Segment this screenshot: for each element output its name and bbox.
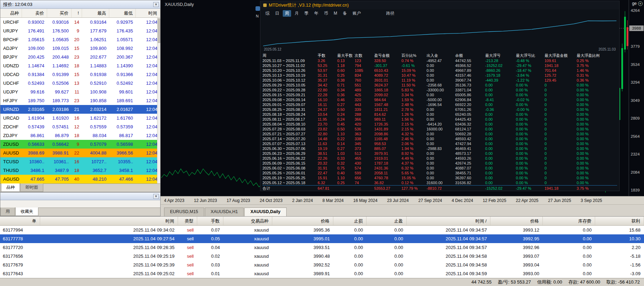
time-axis-label: 27 Jun 2025 — [548, 198, 571, 203]
market-watch-row[interactable]: UDCAD 0.91384 0.91399 15 0.91938 0.91366… — [0, 70, 160, 79]
stats-menu-item[interactable]: 账户 — [350, 10, 363, 17]
ask-cell: 189.773 — [47, 96, 72, 105]
trade-row[interactable]: 63177994 2025.11.04 09:34:02 sell 0.07 x… — [0, 226, 644, 234]
pl-pct-cell: 2.46 % — [401, 136, 427, 141]
stats-menu-item[interactable]: 季 — [302, 10, 311, 17]
trades-header-cell[interactable]: 价格 — [272, 217, 333, 225]
market-watch-row[interactable]: BPJPY 200.425 200.448 23 202.677 200.367… — [0, 53, 160, 61]
market-watch-scrollbar[interactable] — [157, 18, 160, 183]
trades-header-cell[interactable]: 单 — [0, 217, 40, 225]
time-axis-label: 4 Dec 2024 — [452, 198, 473, 203]
market-watch-row[interactable]: URCAD 1.61904 1.61920 16 1.62172 1.61760… — [0, 114, 160, 122]
trades-header-cell[interactable]: 库存费 — [543, 217, 595, 225]
market-watch-tab[interactable]: 品种 — [1, 183, 20, 192]
chart-object-icon[interactable] — [256, 6, 260, 11]
trade-row[interactable]: 63177643 2025.11.04 09:25:02 sell 0.01 x… — [0, 269, 644, 278]
market-watch-row[interactable]: UDCHF 0.52493 0.52506 13 0.52910 0.52492… — [0, 79, 160, 88]
chart-corner-controls: ge + — [632, 1, 643, 6]
trades-header-cell[interactable]: 手数 — [197, 217, 223, 225]
market-watch-header-cell[interactable]: 时间 — [136, 9, 160, 17]
trades-header-cell[interactable]: 止盈 — [367, 217, 407, 225]
bid-cell: 0.57439 — [22, 122, 47, 131]
navigator-tab[interactable]: 用 — [0, 208, 15, 216]
symbol-cell: AGUSD — [0, 175, 22, 183]
scrollbar-thumb[interactable] — [158, 18, 160, 43]
stats-menu-item[interactable]: 年 — [312, 10, 320, 17]
price-scale[interactable]: 3988 42643779353432943049280925642324208… — [629, 0, 644, 196]
pl-pct-cell: 2.15 % — [401, 127, 427, 131]
trades-header-cell[interactable]: 止损 — [333, 217, 367, 225]
stats-menu-item[interactable]: 日 — [273, 10, 281, 17]
bid-cell: 47.665 — [22, 175, 47, 183]
market-watch-row[interactable]: URNZD 2.03165 2.03186 21 2.03214 2.01627… — [0, 105, 160, 114]
market-watch-header-cell[interactable]: ! — [72, 9, 82, 17]
market-watch-close-icon[interactable]: × — [153, 2, 159, 7]
stats-menu-item[interactable]: M — [332, 10, 339, 16]
lots-cell: 23.82 — [318, 127, 337, 131]
open-time-cell: 2025.11.04 09:25:19 — [40, 252, 178, 261]
market-watch-row[interactable]: TCUSD 10360.. 10361.. 16 10727.. 10355..… — [0, 157, 160, 166]
market-watch-header-cell[interactable]: 卖价 — [22, 9, 47, 17]
trades-header-cell[interactable]: 时间 / — [407, 217, 490, 225]
zoom-in-icon[interactable]: + — [638, 1, 643, 6]
market-watch-header-cell[interactable]: 最低 — [109, 9, 136, 17]
market-watch-header-cell[interactable]: 最高 — [82, 9, 109, 17]
market-watch-header[interactable]: 品种卖价买价!最高最低时间 — [0, 9, 160, 18]
market-watch-row[interactable]: ZDCHF 0.57439 0.57451 12 0.57559 0.57359… — [0, 122, 160, 131]
chart-symbol-label: XAUUSD,Daily — [165, 2, 194, 7]
type-cell: sell — [178, 243, 197, 252]
stats-menu-item[interactable]: 月 — [293, 10, 301, 17]
trade-row[interactable]: 63177679 2025.11.04 09:25:39 sell 0.03 x… — [0, 261, 644, 269]
trades-header-cell[interactable]: 类型 — [178, 217, 197, 225]
market-watch-row[interactable]: HFJPY 189.750 189.773 23 190.858 189.691… — [0, 96, 160, 105]
time-axis[interactable]: 4 Apr 202312 Jun 202317 Aug 202324 Oct 2… — [161, 196, 644, 204]
market-watch-header-cell[interactable]: 品种 — [0, 9, 22, 17]
trade-row[interactable]: 63177720 2025.11.04 09:26:35 sell 0.04 x… — [0, 243, 644, 252]
market-watch-row[interactable]: ZDJPY 86.861 86.879 18 88.034 86.817 12:… — [0, 131, 160, 140]
market-watch-row[interactable]: URCHF 0.93002 0.93016 14 0.93164 0.92975… — [0, 18, 160, 27]
chart-tab[interactable]: XAUUSDx,H1 — [205, 208, 244, 216]
trades-header-cell[interactable]: 时间 — [40, 217, 178, 225]
trades-header-cell[interactable]: 获利 — [595, 217, 644, 225]
stats-menu-item[interactable]: 周 — [283, 10, 291, 17]
stats-menu-item[interactable]: 路径 — [384, 10, 397, 17]
trades-header-cell[interactable]: 价格 — [490, 217, 543, 225]
symbol-cell: URCHF — [0, 18, 22, 27]
navigator-close-icon[interactable]: × — [153, 194, 159, 199]
close-price-cell: 3993.12 — [490, 226, 543, 234]
stats-row: 2025.07.14 ~ 2025.07.20 14.48 0.22 338 1… — [262, 136, 617, 141]
chart-n-icon[interactable]: N — [256, 14, 259, 18]
lots-cell: 22.80 — [318, 88, 337, 92]
market-watch-row[interactable]: AGUSD 47.665 47.705 40 48.210 47.466 12:… — [0, 175, 160, 183]
chart-tab[interactable]: EURUSD,M15 — [164, 208, 204, 216]
market-watch-row[interactable]: AUUSD 3988.69 3988.91 22 4004.88 3966.56… — [0, 149, 160, 157]
max-float-profit-pct-cell: 0.00 % — [577, 175, 617, 180]
stats-menu-item[interactable]: 综 — [263, 10, 272, 17]
period-cell: 2025.06.09 ~ 2025.06.15 — [262, 161, 318, 166]
market-watch-row[interactable]: UDNZD 1.14674 1.14692 18 1.14883 1.14390… — [0, 61, 160, 70]
market-watch-window: 报价: 12:04:03 × 品种卖价买价!最高最低时间 URCHF 0.930… — [0, 0, 161, 192]
max-lots-cell: 0.24 — [337, 112, 355, 117]
market-watch-header-cell[interactable]: 买价 — [47, 9, 72, 17]
market-watch-row[interactable]: ZDUSD 0.56633 0.56642 9 0.57079 0.56598 … — [0, 140, 160, 149]
navigator-tab[interactable]: 收藏夹 — [15, 208, 38, 216]
market-watch-row[interactable]: THUSD 3486.1 3487.9 18 3652.7 3458.1 12:… — [0, 166, 160, 175]
symbol-cell: UDNZD — [0, 61, 22, 70]
stats-menu-item[interactable]: 币 — [322, 10, 330, 17]
max-lots-cell: 0.50 — [337, 127, 355, 131]
chart-canvas[interactable]: XAUUSD,Daily 3988 — [161, 0, 644, 196]
stats-menu-item[interactable]: 备 — [341, 10, 349, 17]
trade-row[interactable]: 63177656 2025.11.04 09:25:19 sell 0.02 x… — [0, 252, 644, 261]
stats-header-cell: 盈亏金额 — [374, 53, 401, 58]
spread-cell: 22 — [72, 149, 82, 157]
market-watch-tab[interactable]: 即时图 — [20, 183, 43, 192]
market-watch-row[interactable]: URJPY 176.491 176.500 9 177.679 176.435 … — [0, 27, 160, 35]
market-watch-row[interactable]: BPCHF 1.05615 1.05635 20 1.06251 1.05571… — [0, 35, 160, 44]
market-watch-row[interactable]: ADJPY 109.000 109.015 15 109.800 108.992… — [0, 44, 160, 53]
market-watch-row[interactable]: UDJPY 99.616 99.627 11 100.908 99.601 12… — [0, 88, 160, 96]
trades-header-cell[interactable]: 交易品种 — [223, 217, 272, 225]
stats-header-cell: 最大浮亏 — [485, 53, 516, 58]
trade-row[interactable]: 63177778 2025.11.04 09:27:54 sell 0.05 x… — [0, 234, 644, 243]
chart-tab[interactable]: XAUUSD,Daily — [244, 208, 286, 216]
max-drawdown-cell: 0.00 — [485, 127, 516, 131]
